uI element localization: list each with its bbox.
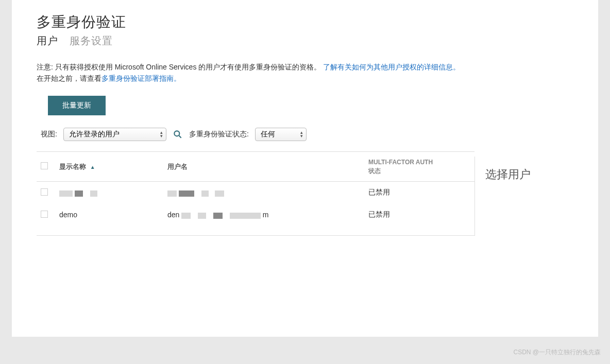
select-all-checkbox[interactable] bbox=[41, 162, 48, 169]
tab-users[interactable]: 用户 bbox=[37, 34, 58, 48]
view-label: 视图: bbox=[41, 130, 57, 139]
column-display-name-label: 显示名称 bbox=[59, 163, 86, 170]
search-icon[interactable] bbox=[173, 129, 183, 140]
page-title: 多重身份验证 bbox=[37, 12, 598, 32]
side-panel-title: 选择用户 bbox=[485, 167, 598, 182]
notice-link-authorize[interactable]: 了解有关如何为其他用户授权的详细信息。 bbox=[323, 63, 460, 71]
watermark: CSDN @一只特立独行的兔先森 bbox=[513, 348, 601, 357]
view-select-value: 允许登录的用户 bbox=[69, 130, 120, 139]
row-checkbox[interactable] bbox=[41, 211, 48, 218]
username-prefix: den bbox=[167, 211, 179, 219]
cell-display-name bbox=[55, 182, 163, 204]
mfa-status-select[interactable]: 任何 ▴▾ bbox=[255, 128, 307, 141]
cell-mfa-status: 已禁用 bbox=[364, 182, 475, 204]
cell-username bbox=[163, 182, 364, 204]
column-mfa-status[interactable]: MULTI-FACTOR AUTH 状态 bbox=[364, 151, 475, 182]
column-username[interactable]: 用户名 bbox=[163, 151, 364, 182]
cell-username: den m bbox=[163, 204, 364, 226]
chevron-updown-icon: ▴▾ bbox=[160, 131, 163, 137]
notice-link-guide[interactable]: 多重身份验证部署指南。 bbox=[101, 74, 181, 82]
side-panel: 选择用户 bbox=[475, 157, 598, 236]
mfa-status-value: 任何 bbox=[261, 130, 275, 139]
notice-prefix: 注意: 只有获得授权使用 Microsoft Online Services 的… bbox=[37, 63, 323, 71]
svg-line-1 bbox=[179, 135, 181, 137]
mfa-header-line1: MULTI-FACTOR AUTH bbox=[368, 159, 433, 166]
sort-asc-icon: ▲ bbox=[90, 164, 95, 170]
users-table: 显示名称 ▲ 用户名 MULTI-FACTOR AUTH 状态 bbox=[37, 151, 475, 227]
mfa-status-label: 多重身份验证状态: bbox=[189, 130, 249, 139]
tab-service-settings[interactable]: 服务设置 bbox=[70, 34, 113, 48]
filter-row: 视图: 允许登录的用户 ▴▾ 多重身份验证状态: 任何 ▴▾ bbox=[41, 128, 598, 141]
cell-display-name: demo bbox=[55, 204, 163, 226]
notice-line2-prefix: 在开始之前，请查看 bbox=[37, 74, 101, 82]
bulk-update-button[interactable]: 批量更新 bbox=[48, 96, 106, 115]
view-select[interactable]: 允许登录的用户 ▴▾ bbox=[63, 128, 166, 141]
username-suffix: m bbox=[263, 211, 269, 219]
tabs: 用户 服务设置 bbox=[37, 34, 598, 48]
table-bottom-border bbox=[37, 235, 475, 236]
row-checkbox[interactable] bbox=[41, 188, 48, 196]
column-display-name[interactable]: 显示名称 ▲ bbox=[55, 151, 163, 182]
svg-point-0 bbox=[174, 131, 179, 136]
header-checkbox-cell bbox=[37, 151, 55, 182]
mfa-header-line2: 状态 bbox=[368, 167, 381, 175]
cell-mfa-status: 已禁用 bbox=[364, 204, 475, 226]
table-row[interactable]: demo den m 已禁用 bbox=[37, 204, 475, 226]
table-row[interactable]: 已禁用 bbox=[37, 182, 475, 204]
chevron-updown-icon: ▴▾ bbox=[300, 131, 303, 137]
notice-text: 注意: 只有获得授权使用 Microsoft Online Services 的… bbox=[37, 61, 598, 84]
